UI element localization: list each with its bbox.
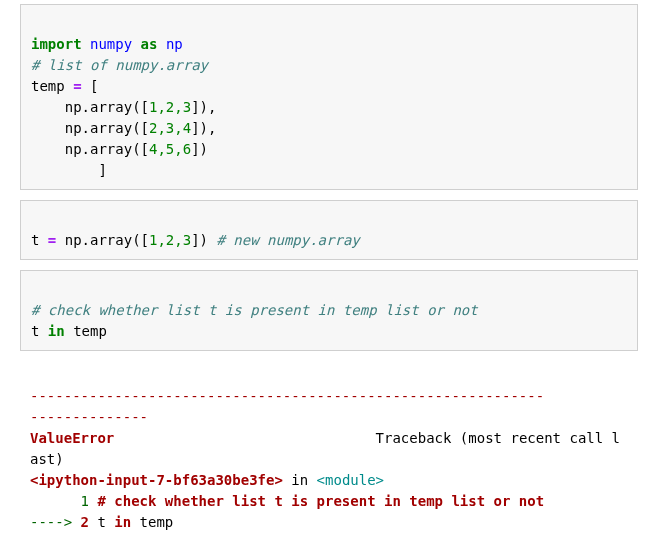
traceback-output: ----------------------------------------… (20, 361, 638, 547)
code-text: ] (31, 162, 107, 178)
code-text: np.array([ (31, 99, 149, 115)
tb-code: t (97, 514, 114, 530)
tb-lineno: 2 (81, 514, 98, 530)
tb-sep: -------------- (30, 409, 148, 425)
tb-code: temp (131, 514, 173, 530)
tb-in: in (283, 472, 317, 488)
comment: # check whether list t is present in tem… (31, 302, 478, 318)
tb-sep: ----------------------------------------… (30, 388, 544, 404)
nums: 1,2,3 (149, 99, 191, 115)
comment: # list of numpy.array (31, 57, 208, 73)
nums: 2,3,4 (149, 120, 191, 136)
kw-in: in (48, 323, 65, 339)
op-equals: = (48, 232, 65, 248)
code-cell-1: import numpy as np # list of numpy.array… (20, 4, 638, 190)
code-text: np.array([ (31, 120, 149, 136)
code-text: t (31, 232, 48, 248)
tb-module: <module> (317, 472, 384, 488)
tb-error-name: ValueError (30, 430, 114, 446)
kw-as: as (141, 36, 158, 52)
code-text: ]), (191, 120, 216, 136)
op-equals: = (73, 78, 90, 94)
kw-in: in (114, 514, 131, 530)
code-cell-3: # check whether list t is present in tem… (20, 270, 638, 351)
code-cell-2: t = np.array([1,2,3]) # new numpy.array (20, 200, 638, 260)
notebook-output: import numpy as np # list of numpy.array… (0, 0, 658, 547)
tb-line1: # check whether list t is present in tem… (97, 493, 544, 509)
tb-lineno: 1 (30, 493, 97, 509)
code-text: np.array([ (65, 232, 149, 248)
mod-numpy: numpy (82, 36, 141, 52)
code-text: ]) (191, 141, 208, 157)
tb-trace-text: Traceback (most recent call last) (30, 430, 620, 467)
code-text: t (31, 323, 48, 339)
code-text: np.array([ (31, 141, 149, 157)
code-text: temp (31, 78, 73, 94)
kw-import: import (31, 36, 82, 52)
comment: # new numpy.array (216, 232, 359, 248)
code-text: ]), (191, 99, 216, 115)
alias-np: np (157, 36, 182, 52)
nums: 4,5,6 (149, 141, 191, 157)
code-text: [ (90, 78, 98, 94)
code-text: ]) (191, 232, 216, 248)
nums: 1,2,3 (149, 232, 191, 248)
tb-arrow-icon: ----> (30, 514, 81, 530)
tb-location: <ipython-input-7-bf63a30be3fe> (30, 472, 283, 488)
code-text: temp (65, 323, 107, 339)
